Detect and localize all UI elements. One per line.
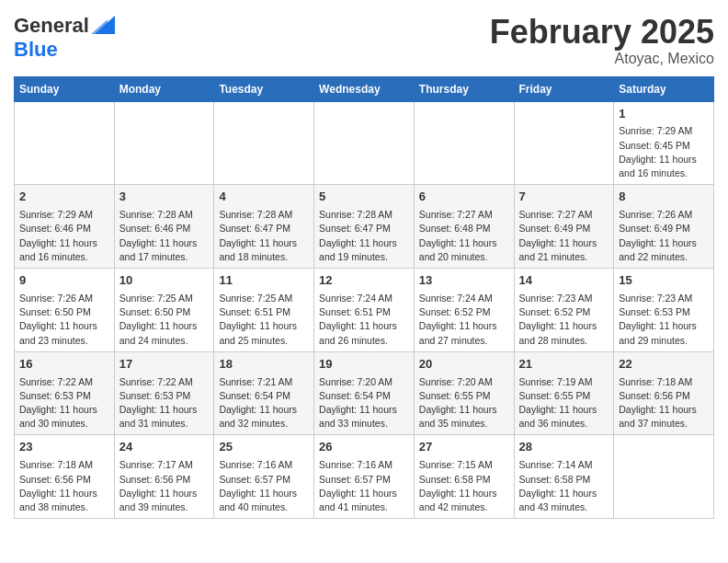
day-number: 4 — [219, 189, 309, 206]
day-number: 11 — [219, 272, 309, 290]
weekday-header: Wednesday — [314, 76, 415, 101]
calendar-cell — [414, 101, 514, 185]
weekday-header: Friday — [514, 76, 614, 101]
weekday-header: Thursday — [414, 76, 514, 101]
calendar-cell: 9Sunrise: 7:26 AMSunset: 6:50 PMDaylight… — [15, 269, 115, 352]
page-header: General Blue February 2025 Atoyac, Mexic… — [14, 14, 714, 67]
calendar-cell — [614, 435, 714, 519]
calendar-cell — [15, 101, 115, 185]
calendar-cell: 15Sunrise: 7:23 AMSunset: 6:53 PMDayligh… — [614, 269, 714, 352]
weekday-header: Tuesday — [214, 76, 314, 101]
location-subtitle: Atoyac, Mexico — [490, 51, 714, 67]
calendar-cell: 5Sunrise: 7:28 AMSunset: 6:47 PMDaylight… — [314, 185, 415, 269]
calendar-cell: 4Sunrise: 7:28 AMSunset: 6:47 PMDaylight… — [214, 185, 314, 269]
day-number: 1 — [619, 106, 709, 123]
calendar-cell: 27Sunrise: 7:15 AMSunset: 6:58 PMDayligh… — [414, 435, 514, 519]
day-number: 3 — [119, 189, 210, 206]
day-number: 5 — [319, 189, 409, 206]
weekday-header-row: SundayMondayTuesdayWednesdayThursdayFrid… — [15, 76, 714, 101]
weekday-header: Saturday — [614, 76, 714, 101]
day-number: 13 — [419, 272, 509, 290]
day-number: 22 — [619, 356, 709, 373]
calendar-cell: 6Sunrise: 7:27 AMSunset: 6:48 PMDaylight… — [414, 185, 514, 269]
calendar-cell — [114, 101, 214, 185]
title-block: February 2025 Atoyac, Mexico — [490, 14, 714, 67]
calendar-cell: 7Sunrise: 7:27 AMSunset: 6:49 PMDaylight… — [514, 185, 614, 269]
logo-blue: Blue — [14, 38, 58, 61]
calendar-cell: 17Sunrise: 7:22 AMSunset: 6:53 PMDayligh… — [114, 351, 214, 435]
calendar-cell: 22Sunrise: 7:18 AMSunset: 6:56 PMDayligh… — [614, 351, 714, 435]
day-number: 21 — [519, 356, 609, 373]
calendar-cell: 16Sunrise: 7:22 AMSunset: 6:53 PMDayligh… — [15, 351, 115, 435]
day-number: 23 — [19, 439, 109, 456]
day-number: 27 — [419, 439, 509, 456]
calendar-cell: 12Sunrise: 7:24 AMSunset: 6:51 PMDayligh… — [314, 269, 415, 352]
day-number: 2 — [19, 189, 109, 206]
calendar-cell: 13Sunrise: 7:24 AMSunset: 6:52 PMDayligh… — [414, 269, 514, 352]
day-number: 7 — [519, 189, 609, 206]
calendar-week-row: 23Sunrise: 7:18 AMSunset: 6:56 PMDayligh… — [15, 435, 714, 519]
day-number: 25 — [219, 439, 309, 456]
logo-general: General — [14, 14, 89, 38]
day-number: 24 — [119, 439, 210, 456]
calendar-cell: 21Sunrise: 7:19 AMSunset: 6:55 PMDayligh… — [514, 351, 614, 435]
day-number: 15 — [619, 272, 709, 290]
day-number: 16 — [19, 356, 109, 373]
calendar-cell: 14Sunrise: 7:23 AMSunset: 6:52 PMDayligh… — [514, 269, 614, 352]
calendar-cell: 28Sunrise: 7:14 AMSunset: 6:58 PMDayligh… — [514, 435, 614, 519]
logo: General Blue — [14, 14, 115, 62]
month-title: February 2025 — [490, 14, 714, 51]
svg-marker-1 — [91, 19, 108, 34]
calendar-cell: 19Sunrise: 7:20 AMSunset: 6:54 PMDayligh… — [314, 351, 415, 435]
calendar-cell: 3Sunrise: 7:28 AMSunset: 6:46 PMDaylight… — [114, 185, 214, 269]
day-number: 17 — [119, 356, 210, 373]
calendar-cell — [214, 101, 314, 185]
day-number: 28 — [519, 439, 609, 456]
calendar-cell: 23Sunrise: 7:18 AMSunset: 6:56 PMDayligh… — [15, 435, 115, 519]
calendar-week-row: 16Sunrise: 7:22 AMSunset: 6:53 PMDayligh… — [15, 351, 714, 435]
calendar-week-row: 2Sunrise: 7:29 AMSunset: 6:46 PMDaylight… — [15, 185, 714, 269]
weekday-header: Monday — [114, 76, 214, 101]
day-number: 20 — [419, 356, 509, 373]
day-number: 14 — [519, 272, 609, 290]
calendar-cell — [314, 101, 415, 185]
day-number: 18 — [219, 356, 309, 373]
day-number: 26 — [319, 439, 409, 456]
calendar-cell: 11Sunrise: 7:25 AMSunset: 6:51 PMDayligh… — [214, 269, 314, 352]
day-number: 8 — [619, 189, 709, 206]
calendar-cell: 25Sunrise: 7:16 AMSunset: 6:57 PMDayligh… — [214, 435, 314, 519]
calendar-cell: 10Sunrise: 7:25 AMSunset: 6:50 PMDayligh… — [114, 269, 214, 352]
day-number: 6 — [419, 189, 509, 206]
calendar-cell: 1Sunrise: 7:29 AMSunset: 6:45 PMDaylight… — [614, 101, 714, 185]
calendar-cell: 24Sunrise: 7:17 AMSunset: 6:56 PMDayligh… — [114, 435, 214, 519]
day-number: 19 — [319, 356, 409, 373]
calendar-cell: 8Sunrise: 7:26 AMSunset: 6:49 PMDaylight… — [614, 185, 714, 269]
calendar-cell — [514, 101, 614, 185]
day-number: 9 — [19, 272, 109, 290]
day-number: 12 — [319, 272, 409, 290]
calendar-cell: 20Sunrise: 7:20 AMSunset: 6:55 PMDayligh… — [414, 351, 514, 435]
calendar-cell: 18Sunrise: 7:21 AMSunset: 6:54 PMDayligh… — [214, 351, 314, 435]
calendar-cell: 2Sunrise: 7:29 AMSunset: 6:46 PMDaylight… — [15, 185, 115, 269]
day-number: 10 — [119, 272, 210, 290]
calendar-week-row: 9Sunrise: 7:26 AMSunset: 6:50 PMDaylight… — [15, 269, 714, 352]
weekday-header: Sunday — [15, 76, 115, 101]
calendar-week-row: 1Sunrise: 7:29 AMSunset: 6:45 PMDaylight… — [15, 101, 714, 185]
calendar-cell: 26Sunrise: 7:16 AMSunset: 6:57 PMDayligh… — [314, 435, 415, 519]
logo-icon — [91, 16, 115, 36]
calendar-table: SundayMondayTuesdayWednesdayThursdayFrid… — [14, 76, 714, 520]
